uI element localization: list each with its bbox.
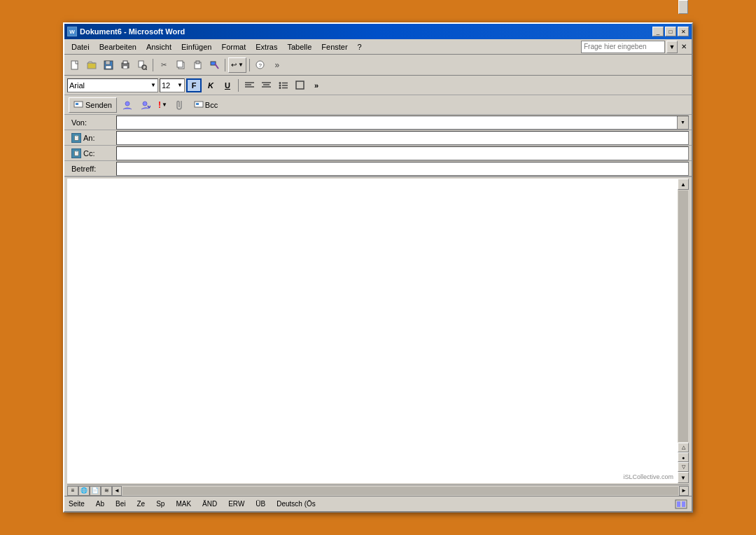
toolbar-separator-3 [249, 59, 250, 71]
close-button[interactable]: ✕ [678, 27, 689, 36]
scroll-down-page-button[interactable]: ▽ [678, 462, 689, 472]
betreff-label: Betreff: [64, 165, 113, 173]
font-name: Arial [69, 81, 85, 90]
align-center-button[interactable] [258, 78, 274, 92]
align-left-button[interactable] [241, 78, 257, 92]
menu-fenster[interactable]: Fenster [317, 41, 351, 53]
status-language: Deutsch (Ös [276, 500, 316, 508]
status-ze: Ze [136, 500, 145, 508]
status-bar: Seite Ab Bei Ze Sp MAK ÄND ERW ÜB Deutsc… [64, 496, 692, 511]
scroll-up-page-button[interactable]: △ [678, 443, 689, 452]
horizontal-scroll-track[interactable] [122, 487, 678, 495]
help-button[interactable]: ? [253, 57, 268, 73]
svg-line-16 [215, 64, 218, 69]
svg-rect-31 [296, 81, 304, 89]
priority-button[interactable]: ! ▼ [156, 97, 169, 113]
status-ub: ÜB [255, 500, 265, 508]
an-address-book-icon: 📋 [71, 133, 81, 143]
scroll-select-button[interactable]: ● [678, 452, 689, 462]
format-toolbar: Arial ▼ 12 ▼ F K U [64, 76, 692, 95]
bullets-button[interactable] [275, 78, 290, 92]
betreff-field-row: Betreff: [64, 161, 692, 176]
preview-button[interactable] [134, 57, 150, 73]
font-size-selector[interactable]: 12 ▼ [160, 78, 185, 92]
print-button[interactable] [118, 57, 133, 73]
betreff-input[interactable] [116, 162, 689, 176]
undo-button[interactable]: ↩ ▼ [228, 57, 246, 73]
minimize-button[interactable]: _ [652, 27, 664, 36]
svg-rect-7 [123, 66, 127, 69]
menu-help[interactable]: ? [354, 41, 366, 53]
von-dropdown-button[interactable]: ▼ [677, 116, 688, 129]
more-tools-button[interactable]: » [270, 57, 285, 73]
svg-rect-4 [106, 66, 111, 69]
scroll-track[interactable] [678, 190, 688, 442]
svg-rect-0 [71, 61, 78, 69]
format-painter-button[interactable] [206, 57, 222, 73]
svg-rect-37 [196, 103, 199, 105]
menu-datei[interactable]: Datei [67, 41, 94, 53]
svg-point-29 [279, 87, 281, 89]
italic-button[interactable]: K [203, 78, 218, 92]
von-input[interactable] [117, 116, 677, 129]
copy-button[interactable] [173, 57, 188, 73]
title-controls: _ □ ✕ [652, 27, 689, 36]
cc-label: 📋 Cc: [64, 148, 113, 158]
open-button[interactable] [84, 57, 99, 73]
scroll-left-button[interactable]: ◄ [112, 486, 122, 496]
vertical-scrollbar: ▲ △ ● ▽ ▼ [678, 179, 689, 483]
svg-point-27 [279, 85, 281, 87]
format-sep-1 [238, 79, 239, 92]
outline-view-button[interactable]: ≋ [101, 486, 112, 496]
address-book-button[interactable] [120, 97, 135, 113]
search-dropdown-button[interactable]: ▼ [666, 41, 678, 53]
word-icon: W [67, 27, 77, 36]
more-format-button[interactable]: » [309, 78, 324, 92]
status-aend: ÄND [202, 500, 217, 508]
paste-button[interactable] [190, 57, 205, 73]
content-area: Datei Bearbeiten Ansicht Einfügen Format… [64, 39, 692, 511]
bcc-button[interactable]: Bcc [190, 97, 221, 113]
check-names-button[interactable] [138, 97, 153, 113]
underline-button[interactable]: U [220, 78, 235, 92]
save-button[interactable] [101, 57, 116, 73]
normal-view-button[interactable]: ≡ [67, 486, 78, 496]
scroll-up-button[interactable]: ▲ [678, 179, 689, 190]
send-button[interactable]: Senden [69, 97, 117, 113]
status-ab: Ab [96, 500, 104, 508]
cc-input[interactable] [116, 146, 689, 160]
scroll-right-button[interactable]: ► [679, 486, 689, 496]
toolbar-separator-1 [153, 59, 153, 71]
menu-format[interactable]: Format [217, 41, 250, 53]
title-bar: W Dokument6 - Microsoft Word _ □ ✕ [64, 24, 692, 39]
new-doc-button[interactable] [67, 57, 83, 73]
restore-button[interactable]: □ [665, 27, 676, 36]
menu-bearbeiten[interactable]: Bearbeiten [95, 41, 141, 53]
cut-button[interactable]: ✂ [156, 57, 172, 73]
menu-einfuegen[interactable]: Einfügen [177, 41, 216, 53]
search-input[interactable] [581, 41, 665, 53]
border-button[interactable] [292, 78, 307, 92]
status-mak: MAK [176, 500, 191, 508]
scroll-down-button[interactable]: ▼ [678, 472, 689, 483]
svg-rect-1 [88, 63, 96, 69]
svg-rect-6 [123, 61, 127, 64]
menu-tabelle[interactable]: Tabelle [283, 41, 316, 53]
svg-rect-39 [677, 501, 680, 507]
svg-line-10 [146, 69, 147, 70]
status-erw: ERW [228, 500, 244, 508]
web-layout-button[interactable]: 🌐 [78, 486, 90, 496]
bold-button[interactable]: F [186, 78, 202, 92]
font-size-dropdown-arrow: ▼ [177, 82, 183, 88]
menu-extras[interactable]: Extras [251, 41, 281, 53]
attach-button[interactable] [172, 97, 188, 113]
close-search-button[interactable]: ✕ [679, 41, 689, 53]
menu-ansicht[interactable]: Ansicht [142, 41, 176, 53]
an-input[interactable] [116, 131, 689, 145]
email-toolbar: Senden ! ▼ Bcc [64, 95, 692, 115]
document-content[interactable]: iSLCollective.com [67, 179, 678, 483]
font-selector[interactable]: Arial ▼ [67, 78, 158, 92]
main-toolbar: ✂ ↩ ▼ ? » [64, 55, 692, 76]
svg-rect-14 [196, 61, 200, 64]
print-layout-button[interactable]: 📄 [90, 486, 101, 496]
